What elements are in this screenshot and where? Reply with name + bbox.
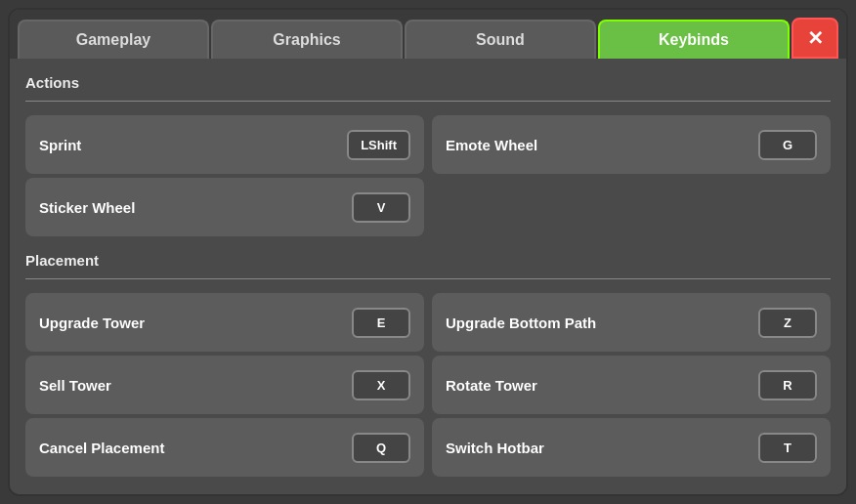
key-sell-tower[interactable]: X bbox=[352, 370, 410, 400]
actions-row-1: Sprint LShift Emote Wheel G bbox=[25, 115, 831, 174]
key-sticker-wheel[interactable]: V bbox=[352, 192, 410, 223]
key-rotate-tower[interactable]: R bbox=[758, 370, 817, 400]
keybind-sell-tower: Sell Tower X bbox=[25, 356, 424, 414]
tab-sound[interactable]: Sound bbox=[405, 20, 596, 59]
keybind-empty-1 bbox=[432, 178, 831, 236]
keybind-switch-hotbar: Switch Hotbar T bbox=[432, 418, 831, 477]
keybind-upgrade-tower: Upgrade Tower E bbox=[25, 293, 424, 352]
keybind-emote-wheel: Emote Wheel G bbox=[432, 115, 831, 174]
actions-row-2: Sticker Wheel V bbox=[25, 178, 831, 236]
keybind-upgrade-bottom: Upgrade Bottom Path Z bbox=[432, 293, 831, 352]
tab-graphics[interactable]: Graphics bbox=[211, 20, 403, 59]
key-sprint[interactable]: LShift bbox=[347, 130, 410, 160]
keybinds-grid: Actions Sprint LShift Emote Wheel G Stic… bbox=[25, 74, 831, 477]
divider-placement bbox=[25, 278, 831, 279]
key-switch-hotbar[interactable]: T bbox=[758, 433, 817, 463]
keybind-sticker-wheel: Sticker Wheel V bbox=[25, 178, 424, 236]
keybind-cancel-placement: Cancel Placement Q bbox=[25, 418, 424, 477]
placement-row-1: Upgrade Tower E Upgrade Bottom Path Z bbox=[25, 293, 831, 352]
tab-keybinds[interactable]: Keybinds bbox=[598, 20, 790, 59]
divider-actions bbox=[25, 101, 831, 102]
settings-modal: Gameplay Graphics Sound Keybinds ✕ Actio… bbox=[8, 8, 848, 496]
tab-bar: Gameplay Graphics Sound Keybinds ✕ bbox=[10, 10, 846, 59]
close-button[interactable]: ✕ bbox=[792, 18, 838, 59]
key-emote-wheel[interactable]: G bbox=[758, 130, 817, 160]
section-label-actions: Actions bbox=[25, 74, 831, 91]
tab-gameplay[interactable]: Gameplay bbox=[18, 20, 209, 59]
key-upgrade-bottom[interactable]: Z bbox=[758, 308, 817, 338]
placement-row-2: Sell Tower X Rotate Tower R bbox=[25, 356, 831, 414]
settings-content: Actions Sprint LShift Emote Wheel G Stic… bbox=[10, 59, 846, 494]
section-label-placement: Placement bbox=[25, 252, 831, 269]
keybind-rotate-tower: Rotate Tower R bbox=[432, 356, 831, 414]
gap-1 bbox=[25, 240, 831, 248]
keybind-sprint: Sprint LShift bbox=[25, 115, 424, 174]
placement-row-3: Cancel Placement Q Switch Hotbar T bbox=[25, 418, 831, 477]
key-cancel-placement[interactable]: Q bbox=[352, 433, 410, 463]
key-upgrade-tower[interactable]: E bbox=[352, 308, 410, 338]
